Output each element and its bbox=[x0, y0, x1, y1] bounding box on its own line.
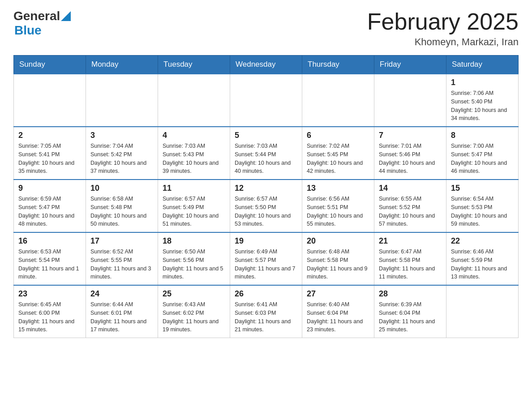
day-number: 6 bbox=[307, 131, 369, 140]
day-cell: 17Sunrise: 6:52 AMSunset: 5:55 PMDayligh… bbox=[86, 232, 158, 285]
day-number: 1 bbox=[451, 78, 514, 87]
title-area: February 2025 Khomeyn, Markazi, Iran bbox=[367, 9, 519, 48]
logo-triangle-icon bbox=[61, 11, 71, 21]
svg-marker-0 bbox=[61, 11, 71, 21]
day-cell bbox=[158, 74, 230, 127]
weekday-sunday: Sunday bbox=[14, 56, 86, 74]
day-number: 20 bbox=[307, 236, 369, 246]
day-cell: 4Sunrise: 7:03 AMSunset: 5:43 PMDaylight… bbox=[158, 127, 230, 180]
day-cell: 22Sunrise: 6:46 AMSunset: 5:59 PMDayligh… bbox=[446, 232, 519, 285]
weekday-header-row: SundayMondayTuesdayWednesdayThursdayFrid… bbox=[14, 56, 519, 74]
day-info: Sunrise: 7:00 AMSunset: 5:47 PMDaylight:… bbox=[451, 142, 514, 176]
day-info: Sunrise: 6:57 AMSunset: 5:49 PMDaylight:… bbox=[163, 195, 225, 228]
day-info: Sunrise: 6:49 AMSunset: 5:57 PMDaylight:… bbox=[235, 248, 297, 281]
day-number: 4 bbox=[163, 131, 225, 140]
day-cell: 5Sunrise: 7:03 AMSunset: 5:44 PMDaylight… bbox=[230, 127, 302, 180]
weekday-wednesday: Wednesday bbox=[230, 56, 302, 74]
day-number: 15 bbox=[451, 184, 514, 193]
day-info: Sunrise: 6:41 AMSunset: 6:03 PMDaylight:… bbox=[235, 300, 297, 334]
day-number: 12 bbox=[235, 184, 297, 193]
weekday-friday: Friday bbox=[374, 56, 446, 74]
day-cell bbox=[302, 74, 374, 127]
day-number: 13 bbox=[307, 184, 369, 193]
day-number: 28 bbox=[379, 289, 442, 299]
day-number: 22 bbox=[451, 236, 514, 246]
day-info: Sunrise: 7:06 AMSunset: 5:40 PMDaylight:… bbox=[451, 89, 514, 123]
day-cell: 20Sunrise: 6:48 AMSunset: 5:58 PMDayligh… bbox=[302, 232, 374, 285]
day-cell: 1Sunrise: 7:06 AMSunset: 5:40 PMDaylight… bbox=[446, 74, 519, 127]
day-number: 10 bbox=[90, 184, 153, 193]
day-cell bbox=[230, 74, 302, 127]
day-number: 2 bbox=[18, 131, 81, 140]
day-info: Sunrise: 6:52 AMSunset: 5:55 PMDaylight:… bbox=[90, 248, 153, 281]
day-cell: 2Sunrise: 7:05 AMSunset: 5:41 PMDaylight… bbox=[14, 127, 86, 180]
day-cell: 24Sunrise: 6:44 AMSunset: 6:01 PMDayligh… bbox=[86, 285, 158, 338]
week-row-4: 16Sunrise: 6:53 AMSunset: 5:54 PMDayligh… bbox=[14, 232, 519, 285]
day-info: Sunrise: 6:47 AMSunset: 5:58 PMDaylight:… bbox=[379, 248, 442, 281]
day-cell: 19Sunrise: 6:49 AMSunset: 5:57 PMDayligh… bbox=[230, 232, 302, 285]
day-cell bbox=[446, 285, 519, 338]
day-info: Sunrise: 7:05 AMSunset: 5:41 PMDaylight:… bbox=[18, 142, 81, 176]
day-info: Sunrise: 7:04 AMSunset: 5:42 PMDaylight:… bbox=[90, 142, 153, 176]
day-info: Sunrise: 6:46 AMSunset: 5:59 PMDaylight:… bbox=[451, 248, 514, 281]
day-cell: 23Sunrise: 6:45 AMSunset: 6:00 PMDayligh… bbox=[14, 285, 86, 338]
header: General Blue February 2025 Khomeyn, Mark… bbox=[13, 9, 519, 48]
day-cell: 11Sunrise: 6:57 AMSunset: 5:49 PMDayligh… bbox=[158, 180, 230, 232]
day-cell bbox=[374, 74, 446, 127]
day-number: 17 bbox=[90, 236, 153, 246]
logo-blue-text: Blue bbox=[14, 23, 42, 38]
day-cell: 13Sunrise: 6:56 AMSunset: 5:51 PMDayligh… bbox=[302, 180, 374, 232]
day-cell: 18Sunrise: 6:50 AMSunset: 5:56 PMDayligh… bbox=[158, 232, 230, 285]
weekday-tuesday: Tuesday bbox=[158, 56, 230, 74]
day-info: Sunrise: 6:44 AMSunset: 6:01 PMDaylight:… bbox=[90, 300, 153, 334]
day-number: 11 bbox=[163, 184, 225, 193]
day-cell: 26Sunrise: 6:41 AMSunset: 6:03 PMDayligh… bbox=[230, 285, 302, 338]
logo-general-text: General bbox=[13, 9, 60, 23]
day-cell bbox=[86, 74, 158, 127]
day-cell: 9Sunrise: 6:59 AMSunset: 5:47 PMDaylight… bbox=[14, 180, 86, 232]
day-number: 9 bbox=[18, 184, 81, 193]
day-info: Sunrise: 6:53 AMSunset: 5:54 PMDaylight:… bbox=[18, 248, 81, 281]
week-row-3: 9Sunrise: 6:59 AMSunset: 5:47 PMDaylight… bbox=[14, 180, 519, 232]
day-info: Sunrise: 7:03 AMSunset: 5:43 PMDaylight:… bbox=[163, 142, 225, 176]
day-number: 3 bbox=[90, 131, 153, 140]
day-info: Sunrise: 6:50 AMSunset: 5:56 PMDaylight:… bbox=[163, 248, 225, 281]
day-info: Sunrise: 6:58 AMSunset: 5:48 PMDaylight:… bbox=[90, 195, 153, 228]
week-row-1: 1Sunrise: 7:06 AMSunset: 5:40 PMDaylight… bbox=[14, 74, 519, 127]
day-cell: 27Sunrise: 6:40 AMSunset: 6:04 PMDayligh… bbox=[302, 285, 374, 338]
day-number: 27 bbox=[307, 289, 369, 299]
day-number: 8 bbox=[451, 131, 514, 140]
day-cell: 25Sunrise: 6:43 AMSunset: 6:02 PMDayligh… bbox=[158, 285, 230, 338]
day-cell: 8Sunrise: 7:00 AMSunset: 5:47 PMDaylight… bbox=[446, 127, 519, 180]
day-cell: 10Sunrise: 6:58 AMSunset: 5:48 PMDayligh… bbox=[86, 180, 158, 232]
day-info: Sunrise: 6:57 AMSunset: 5:50 PMDaylight:… bbox=[235, 195, 297, 228]
day-cell: 21Sunrise: 6:47 AMSunset: 5:58 PMDayligh… bbox=[374, 232, 446, 285]
day-cell bbox=[14, 74, 86, 127]
day-info: Sunrise: 6:48 AMSunset: 5:58 PMDaylight:… bbox=[307, 248, 369, 281]
month-title: February 2025 bbox=[367, 9, 519, 34]
day-cell: 7Sunrise: 7:01 AMSunset: 5:46 PMDaylight… bbox=[374, 127, 446, 180]
day-number: 14 bbox=[379, 184, 442, 193]
weekday-thursday: Thursday bbox=[302, 56, 374, 74]
day-info: Sunrise: 7:02 AMSunset: 5:45 PMDaylight:… bbox=[307, 142, 369, 176]
day-cell: 15Sunrise: 6:54 AMSunset: 5:53 PMDayligh… bbox=[446, 180, 519, 232]
day-info: Sunrise: 6:55 AMSunset: 5:52 PMDaylight:… bbox=[379, 195, 442, 228]
day-info: Sunrise: 6:56 AMSunset: 5:51 PMDaylight:… bbox=[307, 195, 369, 228]
day-number: 18 bbox=[163, 236, 225, 246]
weekday-monday: Monday bbox=[86, 56, 158, 74]
day-number: 26 bbox=[235, 289, 297, 299]
day-number: 23 bbox=[18, 289, 81, 299]
day-info: Sunrise: 6:39 AMSunset: 6:04 PMDaylight:… bbox=[379, 300, 442, 334]
location-title: Khomeyn, Markazi, Iran bbox=[367, 36, 519, 48]
day-cell: 6Sunrise: 7:02 AMSunset: 5:45 PMDaylight… bbox=[302, 127, 374, 180]
day-info: Sunrise: 7:01 AMSunset: 5:46 PMDaylight:… bbox=[379, 142, 442, 176]
calendar-table: SundayMondayTuesdayWednesdayThursdayFrid… bbox=[13, 55, 519, 338]
day-info: Sunrise: 6:59 AMSunset: 5:47 PMDaylight:… bbox=[18, 195, 81, 228]
day-info: Sunrise: 6:54 AMSunset: 5:53 PMDaylight:… bbox=[451, 195, 514, 228]
week-row-5: 23Sunrise: 6:45 AMSunset: 6:00 PMDayligh… bbox=[14, 285, 519, 338]
day-cell: 14Sunrise: 6:55 AMSunset: 5:52 PMDayligh… bbox=[374, 180, 446, 232]
logo: General Blue bbox=[13, 9, 71, 38]
weekday-saturday: Saturday bbox=[446, 56, 519, 74]
week-row-2: 2Sunrise: 7:05 AMSunset: 5:41 PMDaylight… bbox=[14, 127, 519, 180]
day-info: Sunrise: 7:03 AMSunset: 5:44 PMDaylight:… bbox=[235, 142, 297, 176]
